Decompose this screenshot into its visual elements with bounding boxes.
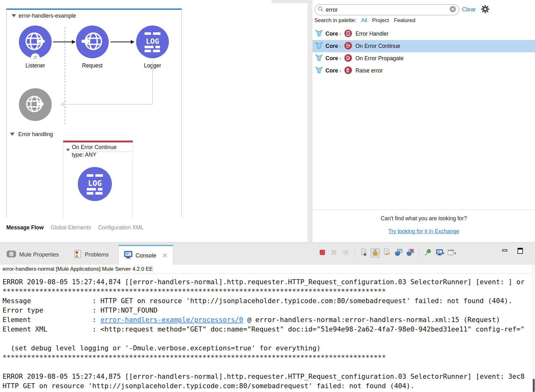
error-handling-title: Error handling [18, 131, 53, 138]
palette-item-category: Core [325, 67, 338, 74]
view-tab-problems[interactable]: Problems [74, 247, 109, 262]
palette-footer-question: Can't find what you are looking for? [313, 215, 535, 222]
processor-scope-logger[interactable]: LOG [78, 167, 112, 201]
error-handling-collapse-toggle[interactable] [10, 133, 14, 136]
word-wrap-toggle[interactable] [382, 248, 392, 258]
console-tab-label: Mule Properties [19, 251, 59, 258]
scrollbar-thumb[interactable] [533, 379, 535, 392]
logger-icon: LOG [82, 170, 108, 198]
panel-divider[interactable] [308, 0, 313, 242]
clear-search-button[interactable]: Clear [462, 6, 476, 13]
on-error-continue-scope[interactable]: On Error Continue type: ANY LOG [63, 141, 133, 217]
palette-item-error-handler[interactable]: Core›Error Handler [313, 28, 535, 40]
palette-item-on-error-continue[interactable]: Core›On Error Continue [313, 40, 535, 52]
open-console-dropdown[interactable]: ▾ [435, 248, 445, 258]
pin-button[interactable] [423, 248, 433, 258]
flow-title: error-handlers-example [19, 13, 76, 19]
console-text-segment: HTTP GET on resource 'http://jsonplaceho… [3, 382, 414, 390]
search-scope-label: Search in palette: [314, 17, 356, 24]
search-scope-project[interactable]: Project [372, 17, 389, 24]
flow-collapse-toggle[interactable] [12, 14, 16, 17]
palette-item-category: Core [325, 43, 338, 49]
console-tab-label: Problems [85, 251, 109, 258]
processor-label: Listener [16, 62, 54, 69]
console-text-segment: @ error-handlers-normal:error-handlers-n… [243, 316, 500, 324]
console-line: Element : error-handlers-example/process… [3, 315, 532, 325]
editor-tab-message-flow[interactable]: Message Flow [6, 224, 44, 231]
on-error-propagate-icon [344, 54, 352, 63]
clear-console-button[interactable] [359, 248, 368, 258]
console-text-segment: ****************************************… [3, 354, 386, 361]
search-icon [318, 6, 324, 14]
console-text-segment: Element XML : <http:request method="GET"… [3, 325, 525, 333]
pin-console-button[interactable] [394, 248, 403, 258]
canvas-viewport: error-handlers-example [0, 0, 308, 217]
scope-collapse-toggle[interactable] [66, 149, 70, 151]
scope-type-label: type: ANY [72, 152, 96, 158]
monitor-lines-icon [394, 248, 403, 258]
remove-launch-button[interactable] [329, 248, 339, 258]
console-line: Message : HTTP GET on resource 'http://j… [3, 296, 532, 306]
editor-tab-global-elements[interactable]: Global Elements [51, 224, 91, 231]
pushpin-icon [424, 248, 432, 258]
clear-circle-icon[interactable] [449, 6, 456, 14]
http-listener-icon [22, 28, 49, 56]
console-line: ERROR 2019-08-05 15:27:44,875 [[error-ha… [3, 372, 532, 381]
console-scrollbar[interactable] [532, 265, 535, 392]
remove-all-terminated-button[interactable] [341, 248, 350, 258]
anypoint-studio-screen: error-handlers-example [0, 0, 535, 392]
processor-ghost-request[interactable] [19, 88, 52, 121]
console-line: ****************************************… [3, 353, 532, 362]
scroll-lock-toggle[interactable] [371, 248, 380, 258]
gear-icon[interactable] [480, 4, 490, 15]
minimize-button[interactable] [502, 247, 509, 256]
monitor-x-icon [406, 248, 414, 258]
palette-item-label: On Error Continue [355, 43, 400, 49]
console-process-header: error-handlers-normal [Mule Applications… [0, 265, 535, 274]
console-text-segment: Error type : HTTP:NOT_FOUND [3, 306, 158, 314]
mule-core-wing-icon [315, 30, 323, 38]
search-scope-all[interactable]: All [361, 17, 367, 24]
palette-item-raise-error[interactable]: Core›Raise error [313, 65, 535, 77]
palette-item-on-error-propagate[interactable]: Core›On Error Propagate [313, 52, 535, 65]
new-console-view-dropdown[interactable]: ▾ [447, 248, 456, 258]
console-tab-label: Console [135, 252, 156, 259]
error-connector [57, 60, 158, 110]
view-tab-mule-properties[interactable]: Mule Properties [6, 247, 59, 262]
processor-logger[interactable]: LOG [136, 26, 169, 58]
console-element-link[interactable]: error-handlers-example/processors/0 [101, 316, 243, 324]
palette-footer-divider [313, 210, 535, 210]
toolbar-separator [419, 249, 419, 257]
console-text-segment: ****************************************… [3, 287, 386, 295]
chevron-down-icon: ▾ [454, 251, 456, 255]
error-handler-icon [344, 29, 352, 39]
flow-arrow [52, 40, 76, 44]
view-tab-console[interactable]: Console✕ [118, 245, 173, 265]
console-output: ERROR 2019-08-05 15:27:44,874 [[error-ha… [0, 274, 532, 392]
palette-results: Core›Error HandlerCore›On Error Continue… [313, 28, 535, 77]
palette-item-label: Error Handler [355, 31, 388, 37]
terminate-button[interactable] [318, 248, 327, 258]
gray-x-icon [330, 249, 338, 257]
redelivery-badge[interactable] [31, 53, 40, 63]
editor-tab-configuration-xml[interactable]: Configuration XML [98, 224, 144, 231]
clear-doc-icon [360, 248, 368, 258]
console-line: Error type : HTTP:NOT_FOUND [3, 306, 532, 315]
search-scope-featured[interactable]: Featured [394, 17, 415, 24]
maximize-icon [517, 250, 524, 255]
palette-search-box[interactable] [314, 4, 459, 15]
mule-core-wing-icon [315, 42, 323, 50]
exchange-link[interactable]: Try looking for it in Exchange [313, 228, 535, 235]
palette-search-input[interactable] [326, 7, 449, 13]
console-text-segment: ERROR 2019-08-05 15:27:44,875 [[error-ha… [3, 372, 525, 380]
palette-item-category: Core [325, 31, 338, 37]
editor-view-tabs: Message FlowGlobal ElementsConfiguration… [6, 224, 144, 231]
mule-core-wing-icon [315, 66, 323, 75]
maximize-button[interactable] [517, 247, 524, 256]
http-request-icon [79, 28, 106, 56]
processor-request[interactable] [76, 26, 109, 58]
close-icon[interactable]: ✕ [162, 252, 168, 259]
scope-title: On Error Continue [72, 144, 131, 152]
chevron-right-icon: › [339, 68, 341, 74]
display-selected-console-button[interactable] [406, 248, 415, 258]
